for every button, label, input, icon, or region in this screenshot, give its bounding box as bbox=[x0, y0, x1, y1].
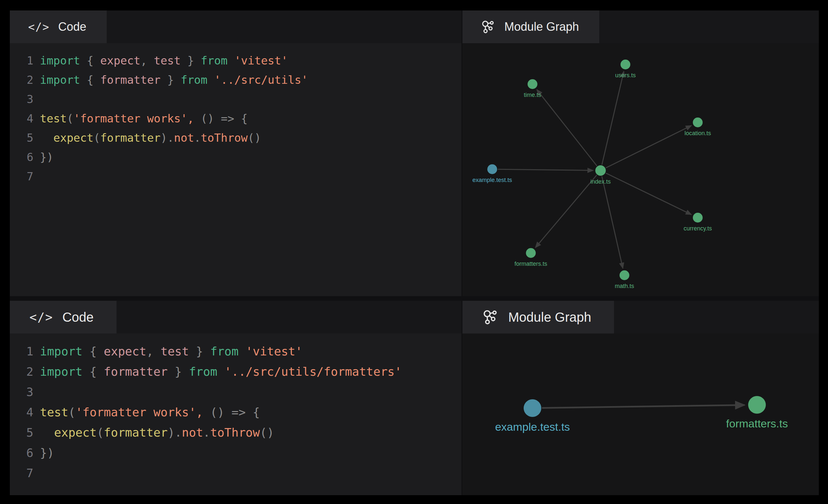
graph-node-math.ts[interactable] bbox=[620, 270, 629, 280]
code-token: '../src/utils/formatters' bbox=[224, 365, 402, 378]
code-token: expect bbox=[100, 54, 140, 67]
code-line: 5 expect(formatter).not.toThrow() bbox=[19, 422, 461, 443]
code-line: 7 bbox=[19, 463, 461, 484]
module-graph-icon bbox=[482, 309, 499, 326]
line-number: 3 bbox=[19, 382, 33, 402]
line-number: 2 bbox=[19, 362, 33, 382]
module-graph-svg: example.test.tsformatters.ts bbox=[462, 334, 819, 495]
module-graph-canvas-bottom[interactable]: example.test.tsformatters.ts bbox=[462, 334, 819, 495]
line-number: 3 bbox=[19, 90, 33, 109]
graph-node-label-location.ts: location.ts bbox=[684, 130, 711, 136]
graph-edge-index.ts-to-location.ts bbox=[606, 126, 692, 168]
code-line: 6}) bbox=[19, 148, 461, 167]
module-graph-panel-bottom: Module Graph example.test.tsformatters.t… bbox=[462, 301, 819, 495]
code-line: 1import { expect, test } from 'vitest' bbox=[19, 341, 461, 362]
code-token: not bbox=[174, 131, 194, 144]
code-token: () bbox=[248, 131, 261, 144]
code-token: import bbox=[40, 345, 82, 358]
code-token: toThrow bbox=[201, 131, 247, 144]
line-number: 6 bbox=[19, 148, 33, 167]
graph-node-location.ts[interactable] bbox=[693, 118, 703, 127]
code-token bbox=[207, 73, 214, 86]
code-token: from bbox=[181, 73, 207, 86]
graph-node-label-math.ts: math.ts bbox=[615, 283, 634, 289]
graph-node-time.ts[interactable] bbox=[528, 79, 537, 89]
code-line: 2import { formatter } from '../src/utils… bbox=[19, 70, 461, 90]
module-graph-tab-label: Module Graph bbox=[508, 310, 591, 325]
code-icon: </> bbox=[30, 310, 53, 324]
code-token: toThrow bbox=[210, 426, 260, 439]
code-token: formatter bbox=[100, 131, 160, 144]
line-number: 5 bbox=[19, 128, 33, 148]
graph-node-label-currency.ts: currency.ts bbox=[684, 225, 712, 232]
code-token: from bbox=[189, 365, 217, 378]
code-token: ( bbox=[96, 426, 104, 439]
graph-node-label-index.ts: index.ts bbox=[590, 178, 611, 185]
code-token: ( bbox=[94, 131, 100, 144]
code-panel-bottom: </> Code 1import { expect, test } from '… bbox=[10, 301, 461, 495]
code-line: 7 bbox=[19, 167, 461, 186]
code-line: 5 expect(formatter).not.toThrow() bbox=[19, 128, 461, 148]
line-number: 1 bbox=[19, 341, 33, 362]
line-number: 6 bbox=[19, 443, 33, 463]
code-token: { bbox=[80, 73, 100, 86]
line-number: 2 bbox=[19, 70, 33, 90]
code-token: } bbox=[168, 365, 189, 378]
graph-edge-example.test.ts-to-index.ts bbox=[498, 169, 593, 170]
graph-edge-index.ts-to-math.ts bbox=[602, 176, 623, 268]
graph-node-currency.ts[interactable] bbox=[693, 213, 703, 222]
code-token: test bbox=[160, 345, 189, 358]
code-tab-label: Code bbox=[58, 20, 86, 34]
code-token: ( bbox=[69, 406, 76, 419]
code-tab-top[interactable]: </> Code bbox=[10, 10, 107, 43]
code-token bbox=[40, 131, 53, 144]
module-graph-tab-top[interactable]: Module Graph bbox=[462, 10, 599, 43]
code-token bbox=[217, 365, 224, 378]
graph-node-formatters.ts[interactable] bbox=[748, 396, 766, 414]
code-editor-top: 1import { expect, test } from 'vitest'2i… bbox=[10, 43, 461, 296]
code-token: . bbox=[194, 131, 201, 144]
code-line: 4test('formatter works', () => { bbox=[19, 402, 461, 422]
code-tab-bottom[interactable]: </> Code bbox=[10, 301, 117, 334]
module-graph-canvas-top[interactable]: time.tsusers.tslocation.tsexample.test.t… bbox=[462, 43, 819, 296]
code-token: ). bbox=[168, 426, 182, 439]
line-number: 5 bbox=[19, 422, 33, 443]
code-line: 3 bbox=[19, 382, 461, 402]
code-token: import bbox=[40, 54, 80, 67]
module-graph-panel-bottom-header: Module Graph bbox=[462, 301, 819, 334]
code-token: , bbox=[146, 345, 160, 358]
module-graph-icon bbox=[481, 19, 496, 34]
code-token: { bbox=[80, 54, 100, 67]
code-token: formatter bbox=[104, 365, 168, 378]
code-token: expect bbox=[104, 345, 146, 358]
code-editor-bottom: 1import { expect, test } from 'vitest'2i… bbox=[10, 334, 461, 495]
graph-node-example.test.ts[interactable] bbox=[524, 399, 541, 417]
code-line: 1import { expect, test } from 'vitest' bbox=[19, 51, 461, 70]
graph-node-example.test.ts[interactable] bbox=[487, 164, 497, 174]
code-token: 'formatter works', bbox=[73, 112, 194, 125]
code-token: '../src/utils' bbox=[214, 73, 308, 86]
code-token: from bbox=[201, 54, 227, 67]
code-token: test bbox=[40, 112, 67, 125]
code-panel-top: </> Code 1import { expect, test } from '… bbox=[10, 10, 461, 296]
module-graph-tab-bottom[interactable]: Module Graph bbox=[462, 301, 614, 334]
code-token: expect bbox=[53, 131, 94, 144]
code-token: }) bbox=[40, 151, 53, 164]
code-token bbox=[239, 345, 246, 358]
graph-edge-index.ts-to-time.ts bbox=[537, 90, 596, 166]
code-token bbox=[40, 426, 54, 439]
code-token: } bbox=[160, 73, 180, 86]
graph-node-index.ts[interactable] bbox=[595, 165, 606, 176]
module-graph-tab-label: Module Graph bbox=[504, 20, 579, 34]
graph-node-users.ts[interactable] bbox=[621, 59, 630, 69]
line-number: 7 bbox=[19, 463, 33, 484]
graph-edge-index.ts-to-currency.ts bbox=[606, 173, 691, 215]
line-number: 7 bbox=[19, 167, 33, 186]
code-token: () bbox=[260, 426, 274, 439]
graph-node-formatters.ts[interactable] bbox=[526, 248, 536, 258]
graph-node-label-example.test.ts: example.test.ts bbox=[472, 177, 512, 183]
code-token: 'vitest' bbox=[246, 345, 302, 358]
code-token: { bbox=[82, 345, 104, 358]
line-number: 4 bbox=[19, 402, 33, 422]
code-token: () => { bbox=[203, 406, 260, 419]
